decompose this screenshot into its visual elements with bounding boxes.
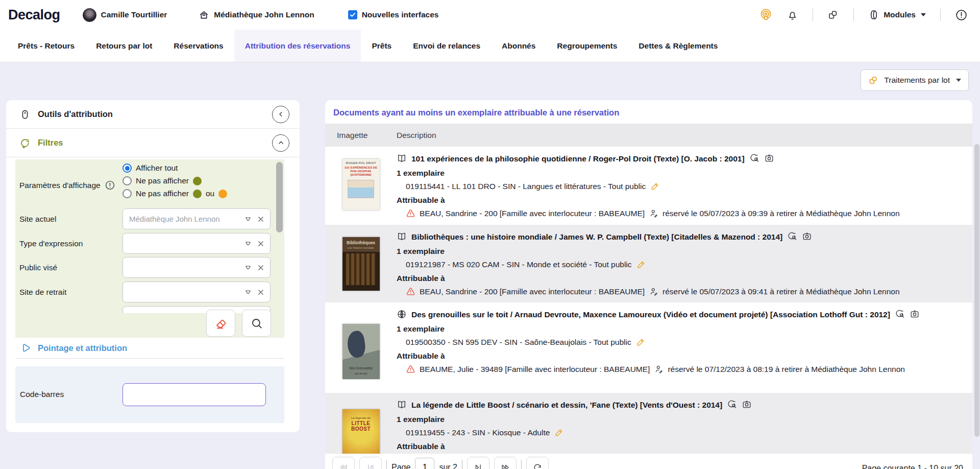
refresh-button[interactable] [526, 457, 549, 469]
radio-icon[interactable] [122, 189, 132, 198]
radio-label: Ne pas afficher [136, 176, 189, 185]
public-vise-input[interactable] [129, 263, 239, 272]
public-vise-select[interactable] [122, 257, 271, 278]
cover-text: 101 EXPÉRIENCES DE PHILOSOPHIE QUOTIDIEN… [342, 166, 380, 177]
camera-icon[interactable] [910, 309, 920, 319]
pencil-icon[interactable] [636, 260, 646, 269]
radio-show-all[interactable]: Afficher tout [122, 163, 227, 173]
pencil-icon[interactable] [650, 181, 660, 191]
info-icon[interactable] [955, 9, 968, 21]
dropdown-icon[interactable] [244, 240, 252, 248]
batch-processing-button[interactable]: Traitements par lot [861, 69, 969, 91]
document-title: La légende de Little Boost / scénario et… [411, 401, 722, 409]
search-button[interactable] [242, 310, 271, 337]
page-number-input[interactable] [415, 458, 434, 469]
tab-prets-retours[interactable]: Prêts - Retours [7, 30, 85, 62]
new-interfaces-checkbox[interactable] [348, 10, 357, 19]
bell-icon[interactable] [787, 9, 798, 21]
camera-icon[interactable] [802, 231, 812, 242]
book-icon [397, 400, 407, 410]
radio-icon[interactable] [122, 176, 132, 185]
batch-label: Traitements par lot [884, 76, 950, 85]
site-retrait-input[interactable] [129, 288, 239, 296]
filters-title: Filtres [38, 138, 63, 148]
pagination-summary: Page courante 1 - 10 sur 20 [862, 464, 963, 469]
tab-retours-par-lot[interactable]: Retours par lot [85, 30, 163, 62]
tab-reservations[interactable]: Réservations [163, 30, 234, 62]
site-actuel-select[interactable] [122, 208, 271, 229]
next-page-button[interactable] [467, 457, 489, 469]
pencil-icon[interactable] [554, 428, 564, 437]
collection-icon[interactable] [827, 9, 839, 21]
tab-envoi-de-relances[interactable]: Envoi de relances [402, 30, 491, 62]
book-cover[interactable]: Bibliothèques une histoire mondiale [342, 237, 380, 291]
book-cover[interactable]: La légende de LITTLE BOOST [342, 409, 380, 460]
copy-line: 019115441 - LL 101 DRO - SIN - Langues e… [397, 181, 949, 191]
chevron-down-icon [956, 79, 961, 82]
radio-hide-green-or-orange[interactable]: Ne pas afficher ou [122, 189, 227, 198]
display-params-label: Paramètres d'affichage [19, 180, 115, 191]
tab-regroupements[interactable]: Regroupements [546, 30, 628, 62]
modules-menu[interactable]: Modules [868, 9, 926, 20]
dropdown-icon[interactable] [244, 264, 252, 272]
radio-icon[interactable] [122, 163, 132, 173]
clear-icon[interactable] [257, 240, 265, 248]
attributable-label: Attribuable à [397, 274, 949, 283]
title-line: Des grenouilles sur le toit / Arnaud Dev… [397, 309, 949, 320]
warning-icon [406, 287, 415, 296]
holder-text: BEAUME, Julie - 39489 [Famille avec inte… [420, 365, 650, 374]
clear-icon[interactable] [257, 215, 265, 223]
first-page-button[interactable] [332, 457, 355, 469]
last-page-button[interactable] [494, 457, 517, 469]
camera-icon[interactable] [742, 400, 752, 410]
separator [940, 9, 941, 21]
type-expression-input[interactable] [129, 239, 239, 248]
document-title: Des grenouilles sur le toit / Arnaud Dev… [411, 310, 890, 319]
page-scrollbar[interactable] [974, 144, 979, 437]
pencil-icon[interactable] [636, 337, 646, 347]
availability-search-icon[interactable] [727, 400, 737, 410]
broadcast-icon[interactable] [760, 9, 772, 21]
document-title: Bibliothèques : une histoire mondiale / … [411, 232, 782, 241]
tab-prets[interactable]: Prêts [361, 30, 402, 62]
type-expression-label: Type d'expression [19, 239, 83, 248]
tab-dettes-reglements[interactable]: Dettes & Règlements [628, 30, 728, 62]
site-retrait-label: Site de retrait [19, 288, 66, 297]
tab-attribution-des-reservations[interactable]: Attribution des réservations [234, 30, 361, 62]
dropdown-icon[interactable] [244, 288, 252, 296]
warning-icon [406, 208, 415, 218]
collapse-filters-button[interactable] [272, 134, 289, 152]
filters-form: Paramètres d'affichage Afficher tout Ne … [15, 159, 284, 338]
reservation-text: réservé le 05/07/2023 à 09:41 à retirer … [663, 287, 899, 296]
radio-label: Ne pas afficher [136, 189, 189, 198]
tools-header: Outils d'attribution [6, 100, 300, 129]
dropdown-icon[interactable] [244, 215, 252, 223]
filters-scrollbar[interactable] [276, 162, 283, 232]
camera-icon[interactable] [764, 153, 774, 163]
radio-hide-green[interactable]: Ne pas afficher [122, 176, 227, 185]
type-expression-select[interactable] [122, 233, 271, 254]
clear-icon[interactable] [257, 288, 265, 296]
attributable-label: Attribuable à [397, 442, 949, 451]
barcode-input[interactable] [122, 383, 266, 406]
collapse-panel-button[interactable] [272, 106, 289, 123]
info-circle-icon[interactable] [105, 180, 115, 191]
site-retrait-select[interactable] [122, 282, 271, 302]
availability-search-icon[interactable] [787, 231, 797, 242]
book-cover[interactable]: ROGER-POL DROIT 101 EXPÉRIENCES DE PHILO… [342, 159, 380, 210]
filters-header: Filtres [6, 129, 300, 157]
site-actuel-label: Site actuel [19, 215, 56, 224]
previous-page-button[interactable] [359, 457, 382, 469]
tab-abonnes[interactable]: Abonnés [491, 30, 546, 62]
copy-line: 019121987 - MS 020 CAM - SIN - Monde et … [397, 260, 949, 269]
availability-search-icon[interactable] [895, 309, 905, 319]
site-actuel-input[interactable] [129, 215, 239, 223]
clear-filters-button[interactable] [206, 310, 235, 337]
documents-panel: Documents ayant au moins un exemplaire a… [325, 100, 972, 469]
tools-title: Outils d'attribution [38, 109, 113, 119]
availability-search-icon[interactable] [749, 153, 760, 163]
clear-icon[interactable] [257, 264, 265, 272]
dvd-cover[interactable]: Des Grenouilles sur le toit [342, 324, 380, 379]
green-dot-icon [193, 190, 202, 198]
pointage-section-header[interactable]: Pointage et attribution [6, 342, 300, 354]
